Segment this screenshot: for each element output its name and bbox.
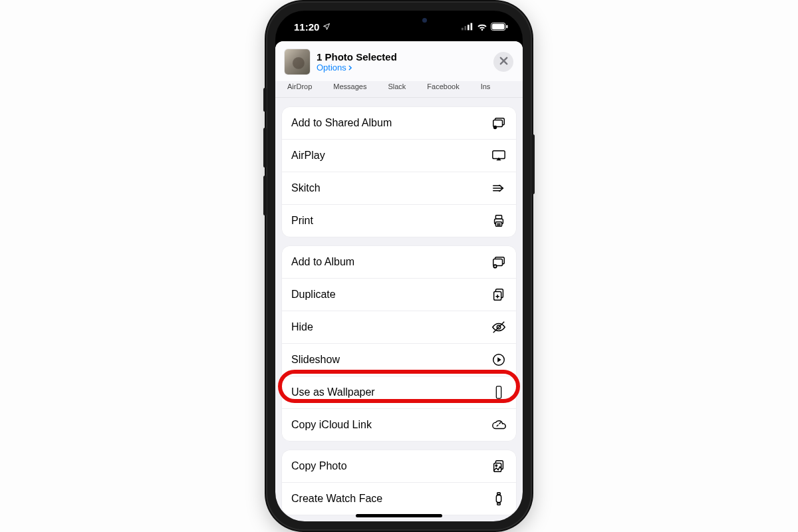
volume-down [263,176,267,215]
svg-point-9 [493,126,496,128]
action-print[interactable]: Print [282,204,516,237]
svg-rect-6 [506,25,507,29]
action-label: Slideshow [291,354,340,366]
share-target[interactable]: Ins [481,82,491,90]
action-airplay[interactable]: AirPlay [282,139,516,172]
svg-rect-3 [471,23,473,31]
action-slideshow[interactable]: Slideshow [282,343,516,376]
svg-rect-0 [462,28,464,31]
svg-rect-28 [496,495,501,503]
svg-point-27 [495,465,497,466]
options-label: Options [317,63,346,72]
action-group: Copy Photo Create Watch Face [282,450,516,515]
home-indicator[interactable] [356,514,442,517]
hide-icon [491,319,507,335]
print-icon [491,213,507,229]
close-icon [499,56,508,68]
battery-icon [491,23,508,31]
action-label: Add to Album [291,256,354,268]
phone-screen: 11:20 1 Photo Sel [275,11,523,521]
action-group: Add to Shared Album AirPlay Skitch [282,107,516,237]
action-hide[interactable]: Hide [282,311,516,343]
action-label: Hide [291,321,313,333]
action-label: Copy iCloud Link [291,419,372,431]
action-label: Copy Photo [291,460,347,472]
cloud-link-icon [491,417,507,433]
action-duplicate[interactable]: Duplicate [282,278,516,311]
share-target[interactable]: Messages [333,82,366,90]
svg-rect-5 [492,24,504,29]
action-add-to-album[interactable]: Add to Album [282,246,516,278]
share-sheet: 1 Photo Selected Options AirDrop [275,41,523,521]
svg-rect-2 [467,25,469,30]
options-link[interactable]: Options [317,63,397,72]
power-button [531,134,535,194]
phone-outline-icon [491,384,507,400]
duplicate-icon [491,287,507,303]
phone-frame: 11:20 1 Photo Sel [266,1,532,531]
share-target-row[interactable]: AirDrop Messages Slack Facebook Ins [275,81,523,98]
close-button[interactable] [493,52,513,72]
watch-icon [491,491,507,507]
svg-rect-1 [465,26,467,30]
action-label: Print [291,215,313,227]
action-use-as-wallpaper[interactable]: Use as Wallpaper [282,376,516,408]
actions-list: Add to Shared Album AirPlay Skitch [275,98,523,521]
svg-rect-12 [495,215,501,219]
action-create-watch-face[interactable]: Create Watch Face [282,482,516,515]
volume-up [263,128,267,168]
play-circle-icon [491,352,507,368]
chevron-right-icon [348,63,353,72]
action-skitch[interactable]: Skitch [282,172,516,204]
status-time: 11:20 [294,21,319,33]
share-target[interactable]: AirDrop [287,82,312,90]
cellular-signal-icon [462,23,473,31]
copy-photo-icon [491,458,507,474]
svg-rect-30 [497,503,501,505]
wifi-icon [477,23,487,31]
action-add-to-shared-album[interactable]: Add to Shared Album [282,107,516,139]
mute-switch [263,88,267,112]
shared-album-icon [491,115,507,131]
svg-rect-29 [497,493,501,495]
share-target[interactable]: Slack [388,82,406,90]
location-icon [323,23,331,31]
skitch-icon [491,180,507,196]
action-label: Use as Wallpaper [291,386,375,398]
action-group: Add to Album Duplicate Hide [282,246,516,441]
action-label: Add to Shared Album [291,117,392,129]
action-label: Create Watch Face [291,493,382,505]
photo-thumbnail[interactable] [285,49,310,74]
svg-rect-24 [496,386,501,398]
sheet-header: 1 Photo Selected Options [275,41,523,81]
notch [339,11,459,29]
sheet-title: 1 Photo Selected [317,51,397,63]
share-target[interactable]: Facebook [427,82,459,90]
action-label: AirPlay [291,150,325,162]
action-label: Duplicate [291,289,336,301]
action-label: Skitch [291,182,321,194]
album-add-icon [491,254,507,270]
airplay-icon [491,148,507,164]
action-copy-photo[interactable]: Copy Photo [282,450,516,482]
action-copy-icloud-link[interactable]: Copy iCloud Link [282,408,516,441]
